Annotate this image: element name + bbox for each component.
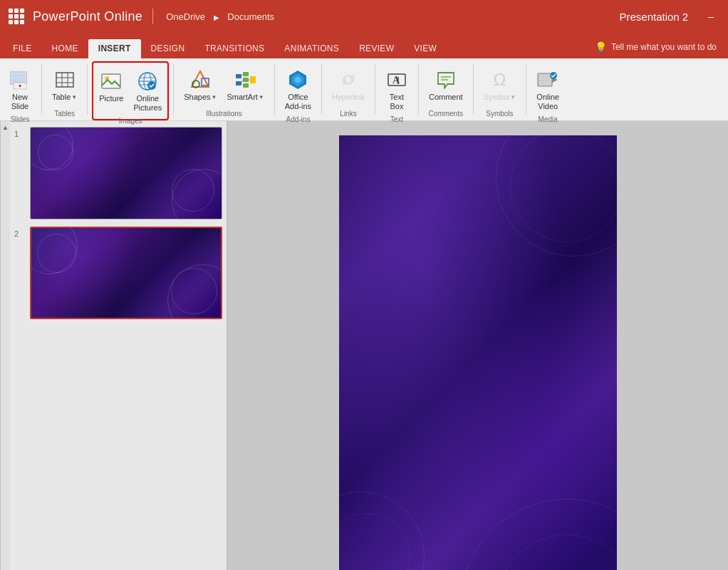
media-group-label: Media xyxy=(539,114,558,126)
tab-view[interactable]: VIEW xyxy=(404,39,447,58)
ribbon-group-addins: OfficeAdd-ins Add-ins xyxy=(278,61,318,120)
slide-item-2: 2 xyxy=(14,227,222,319)
new-slide-button[interactable]: NewSlide xyxy=(4,66,36,114)
addins-group-content: OfficeAdd-ins xyxy=(281,63,316,114)
svg-rect-5 xyxy=(56,73,73,87)
comment-icon xyxy=(435,68,457,91)
svg-text:A: A xyxy=(392,75,400,86)
svg-rect-21 xyxy=(236,74,241,78)
breadcrumb: OneDrive ▶ Documents xyxy=(163,11,277,22)
smartart-label: SmartArt xyxy=(227,93,257,102)
breadcrumb-part2[interactable]: Documents xyxy=(227,11,274,22)
ribbon-group-symbols: Ω Symbol ▼ Symbols xyxy=(477,61,524,120)
slide-number-2: 2 xyxy=(14,227,26,238)
sep6 xyxy=(375,64,375,115)
bulb-icon: 💡 xyxy=(595,41,607,53)
main-area: ▲ 1 2 xyxy=(0,121,728,570)
links-group-label: Links xyxy=(340,108,356,120)
tab-animations[interactable]: ANIMATIONS xyxy=(274,39,349,58)
divider-bar xyxy=(152,9,153,24)
slide-thumb-2[interactable] xyxy=(30,227,222,319)
tab-review[interactable]: REVIEW xyxy=(349,39,404,58)
smartart-icon xyxy=(234,68,257,91)
shapes-button[interactable]: Shapes ▼ xyxy=(180,66,221,105)
symbols-group-label: Symbols xyxy=(486,108,513,120)
slides-group-label: Slides xyxy=(10,114,29,126)
online-pictures-button[interactable]: OnlinePictures xyxy=(129,67,166,115)
online-pictures-icon xyxy=(136,70,159,93)
canvas-area xyxy=(227,121,728,570)
sep2 xyxy=(87,64,88,115)
slide-canvas[interactable] xyxy=(339,135,617,570)
text-box-label: TextBox xyxy=(390,93,404,111)
sep8 xyxy=(473,64,474,115)
tab-file[interactable]: FILE xyxy=(3,39,42,58)
hyperlink-label: Hyperlink xyxy=(332,93,365,102)
text-group-content: A TextBox xyxy=(381,63,412,114)
tell-me-area[interactable]: 💡 Tell me what you want to do xyxy=(583,41,728,58)
svg-rect-1 xyxy=(12,73,25,83)
comment-label: Comment xyxy=(429,93,463,102)
ribbon-group-images: Picture OnlinePictures Images xyxy=(92,61,169,120)
text-box-button[interactable]: A TextBox xyxy=(381,66,412,114)
symbol-button[interactable]: Ω Symbol ▼ xyxy=(479,66,521,105)
hyperlink-icon xyxy=(337,68,360,91)
symbol-label: Symbol xyxy=(484,93,510,102)
sep7 xyxy=(418,64,419,115)
comments-group-content: Comment xyxy=(425,63,467,108)
slide-number-1: 1 xyxy=(14,127,26,138)
picture-label: Picture xyxy=(99,94,123,103)
waffle-icon[interactable] xyxy=(9,9,24,24)
svg-rect-10 xyxy=(102,74,120,88)
shapes-dropdown: ▼ xyxy=(212,94,217,100)
tab-home[interactable]: HOME xyxy=(42,39,88,58)
text-group-label: Text xyxy=(390,114,403,126)
shapes-label: Shapes xyxy=(184,93,210,102)
text-box-icon: A xyxy=(385,68,408,91)
svg-rect-25 xyxy=(243,83,249,88)
media-group-content: OnlineVideo xyxy=(532,63,563,114)
slide-thumb-1[interactable] xyxy=(30,127,222,219)
tab-insert[interactable]: INSERT xyxy=(88,39,141,58)
picture-button[interactable]: Picture xyxy=(95,67,128,106)
tables-group-content: Table ▼ xyxy=(48,63,81,108)
images-group-content: Picture OnlinePictures xyxy=(95,64,166,115)
ribbon-group-media: OnlineVideo Media xyxy=(529,61,566,120)
scroll-up-arrow[interactable]: ▲ xyxy=(1,123,10,133)
title-bar: PowerPoint Online OneDrive ▶ Documents P… xyxy=(0,0,728,33)
illustrations-group-label: Illustrations xyxy=(206,108,242,120)
slide-item-1: 1 xyxy=(14,127,222,219)
svg-rect-38 xyxy=(538,73,552,86)
scroll-bar-area[interactable]: ▲ xyxy=(0,121,10,570)
links-group-content: Hyperlink xyxy=(328,63,369,108)
addins-group-label: Add-ins xyxy=(286,114,310,126)
ribbon-content: NewSlide Slides Table ▼ xyxy=(0,58,728,121)
minimize-button[interactable]: – xyxy=(702,8,719,25)
comment-button[interactable]: Comment xyxy=(425,66,467,105)
images-group-label: Images xyxy=(119,115,142,128)
sep4 xyxy=(274,64,275,115)
smartart-button[interactable]: SmartArt ▼ xyxy=(222,66,268,105)
new-slide-icon xyxy=(9,68,31,91)
hyperlink-button[interactable]: Hyperlink xyxy=(328,66,369,105)
table-button[interactable]: Table ▼ xyxy=(48,66,81,105)
tell-me-text: Tell me what you want to do xyxy=(611,42,717,52)
symbol-dropdown: ▼ xyxy=(510,94,516,100)
svg-rect-22 xyxy=(236,81,241,86)
ribbon-group-illustrations: Shapes ▼ xyxy=(177,61,271,120)
new-slide-label: NewSlide xyxy=(11,93,28,111)
tab-transitions[interactable]: TRANSITIONS xyxy=(194,39,274,58)
tables-group-label: Tables xyxy=(54,108,75,120)
svg-rect-23 xyxy=(243,72,249,76)
office-addins-button[interactable]: OfficeAdd-ins xyxy=(281,66,316,114)
table-dropdown-arrow: ▼ xyxy=(71,94,77,100)
ribbon-tabs: FILE HOME INSERT DESIGN TRANSITIONS ANIM… xyxy=(0,33,728,58)
tab-design[interactable]: DESIGN xyxy=(141,39,195,58)
online-video-label: OnlineVideo xyxy=(536,93,559,111)
online-video-button[interactable]: OnlineVideo xyxy=(532,66,563,114)
breadcrumb-part1[interactable]: OneDrive xyxy=(166,11,205,22)
breadcrumb-arrow: ▶ xyxy=(214,14,219,21)
sep5 xyxy=(321,64,322,115)
slides-group-content: NewSlide xyxy=(4,63,36,114)
sep1 xyxy=(41,64,42,115)
